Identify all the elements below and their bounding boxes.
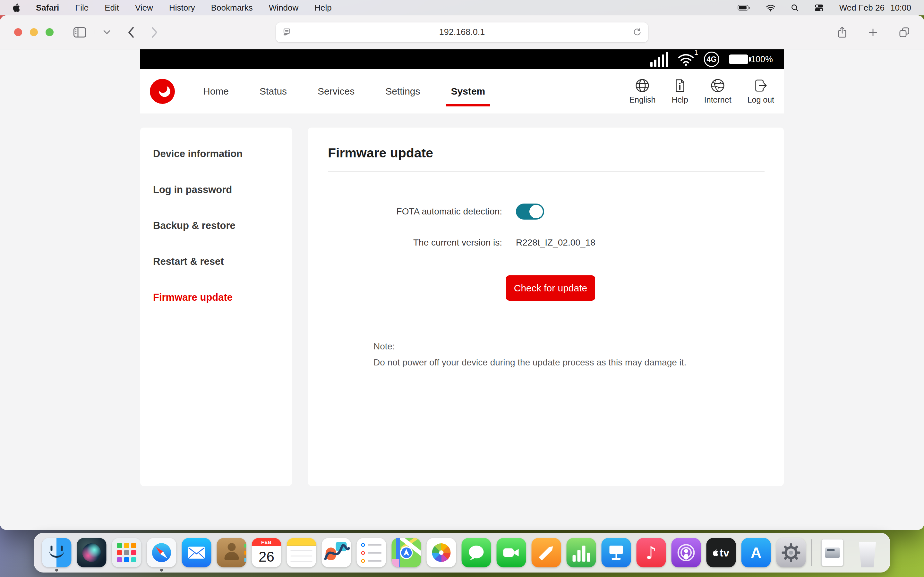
- dock-launchpad-icon[interactable]: [112, 538, 142, 567]
- nav-services[interactable]: Services: [318, 69, 355, 113]
- help-label: Help: [672, 95, 688, 105]
- globe-icon: [635, 78, 650, 93]
- sidebar-toggle-icon[interactable]: [73, 27, 86, 37]
- dock-finder-icon[interactable]: [42, 538, 71, 567]
- dock-mail-icon[interactable]: [182, 538, 212, 567]
- dock-app-store-icon[interactable]: [741, 538, 771, 567]
- language-button[interactable]: English: [629, 78, 656, 105]
- control-center-icon[interactable]: [814, 4, 824, 11]
- sidebar-item-firmware-update[interactable]: Firmware update: [140, 279, 292, 316]
- dock-documents-stack-icon[interactable]: [818, 538, 847, 567]
- menu-clock-date: Wed Feb 26: [839, 3, 885, 13]
- dock-facetime-icon[interactable]: [497, 538, 526, 567]
- dock-podcasts-icon[interactable]: [672, 538, 701, 567]
- dock-siri-icon[interactable]: [77, 538, 107, 567]
- dock-apple-tv-icon[interactable]: tv: [706, 538, 736, 567]
- fota-toggle[interactable]: [516, 203, 544, 219]
- network-mode-badge: 4G: [704, 52, 719, 67]
- battery-percent-label: 100%: [751, 55, 773, 64]
- sidebar-item-backup-restore[interactable]: Backup & restore: [140, 208, 292, 243]
- logout-label: Log out: [748, 95, 774, 105]
- dock-divider: [811, 539, 813, 566]
- menu-clock[interactable]: Wed Feb 26 10:00: [839, 3, 911, 13]
- page-settings-icon[interactable]: [282, 28, 291, 37]
- dock-freeform-icon[interactable]: [322, 538, 351, 567]
- nav-status[interactable]: Status: [260, 69, 287, 113]
- menu-file[interactable]: File: [75, 3, 89, 13]
- version-value: R228t_IZ_02.00_18: [516, 237, 596, 248]
- tab-overview-icon[interactable]: [899, 27, 910, 38]
- apple-logo-icon[interactable]: [13, 3, 20, 12]
- calendar-month: FEB: [252, 538, 281, 546]
- share-icon[interactable]: [837, 26, 847, 39]
- dock-maps-icon[interactable]: [392, 538, 421, 567]
- menu-history[interactable]: History: [169, 3, 195, 13]
- minimize-window-button[interactable]: [30, 28, 38, 36]
- menu-edit[interactable]: Edit: [105, 3, 119, 13]
- safari-window: 192.168.0.1: [0, 15, 924, 530]
- wifi-client-count: 1: [694, 49, 698, 57]
- menu-window[interactable]: Window: [269, 3, 298, 13]
- safari-running-dot: [160, 569, 163, 572]
- page-title: Firmware update: [328, 145, 764, 161]
- dock-trash-icon[interactable]: [853, 538, 882, 567]
- note-block: Note: Do not power off your device durin…: [373, 338, 764, 371]
- menu-clock-time: 10:00: [890, 3, 911, 13]
- chevron-down-icon[interactable]: [95, 30, 110, 34]
- menu-help[interactable]: Help: [314, 3, 331, 13]
- router-battery: 100%: [729, 55, 773, 64]
- dock-safari-icon[interactable]: [147, 538, 176, 567]
- version-label: The current version is:: [328, 237, 502, 248]
- dock-pages-icon[interactable]: [531, 538, 561, 567]
- apple-tv-label: tv: [720, 546, 729, 559]
- url-text[interactable]: 192.168.0.1: [291, 27, 633, 37]
- address-bar[interactable]: 192.168.0.1: [276, 23, 648, 42]
- dock-calendar-icon[interactable]: FEB26: [252, 538, 281, 567]
- menu-app-name[interactable]: Safari: [36, 3, 59, 13]
- zoom-window-button[interactable]: [45, 28, 53, 36]
- close-window-button[interactable]: [14, 28, 22, 36]
- reload-icon[interactable]: [633, 28, 642, 37]
- browser-toolbar: 192.168.0.1: [0, 15, 924, 49]
- site-header: Home Status Services Settings System Eng…: [140, 69, 784, 113]
- nav-home[interactable]: Home: [203, 69, 229, 113]
- logout-icon: [753, 78, 768, 93]
- vodafone-logo-icon[interactable]: [150, 79, 175, 104]
- dock-reminders-icon[interactable]: [357, 538, 386, 567]
- logout-button[interactable]: Log out: [748, 78, 774, 105]
- sidebar-item-restart-reset[interactable]: Restart & reset: [140, 243, 292, 279]
- internet-label: Internet: [704, 95, 732, 105]
- dock-music-icon[interactable]: [636, 538, 666, 567]
- firmware-update-panel: Firmware update FOTA automatic detection…: [308, 127, 784, 486]
- internet-button[interactable]: Internet: [704, 78, 732, 105]
- menu-view[interactable]: View: [135, 3, 153, 13]
- menu-bookmarks[interactable]: Bookmarks: [211, 3, 253, 13]
- finder-running-dot: [55, 569, 58, 572]
- battery-icon[interactable]: [738, 5, 750, 11]
- dock-messages-icon[interactable]: [462, 538, 491, 567]
- language-label: English: [629, 95, 656, 105]
- wifi-icon[interactable]: [766, 4, 775, 11]
- spotlight-search-icon[interactable]: [791, 4, 799, 12]
- dock-keynote-icon[interactable]: [602, 538, 631, 567]
- check-for-update-button[interactable]: Check for update: [506, 276, 595, 301]
- new-tab-icon[interactable]: [868, 27, 878, 37]
- note-body: Do not power off your device during the …: [373, 355, 764, 371]
- fota-label: FOTA automatic detection:: [328, 206, 502, 217]
- help-button[interactable]: Help: [672, 78, 688, 105]
- back-button-icon[interactable]: [128, 27, 134, 38]
- dock-photos-icon[interactable]: [427, 538, 456, 567]
- router-status-bar: 1 4G 100%: [140, 49, 784, 69]
- forward-button-icon[interactable]: [151, 27, 158, 38]
- nav-settings[interactable]: Settings: [385, 69, 420, 113]
- nav-system[interactable]: System: [451, 69, 485, 113]
- dock-contacts-icon[interactable]: [217, 538, 246, 567]
- network-globe-icon: [710, 78, 725, 93]
- router-battery-icon: [729, 55, 748, 64]
- dock-numbers-icon[interactable]: [567, 538, 596, 567]
- sidebar-item-device-information[interactable]: Device information: [140, 136, 292, 172]
- sidebar-item-login-password[interactable]: Log in password: [140, 172, 292, 208]
- dock-system-settings-icon[interactable]: [776, 538, 806, 567]
- primary-nav: Home Status Services Settings System: [203, 69, 516, 113]
- dock-notes-icon[interactable]: [287, 538, 317, 567]
